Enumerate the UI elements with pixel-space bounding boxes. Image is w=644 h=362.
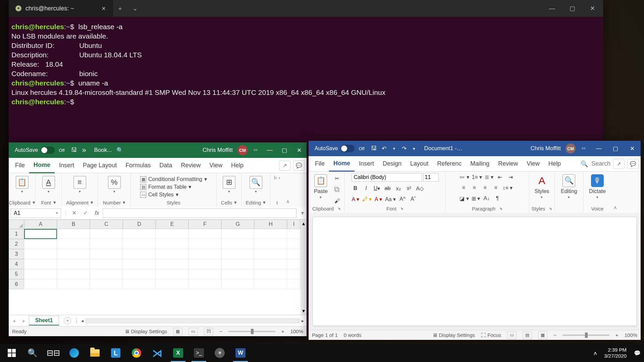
- zoom-out-icon[interactable]: −: [219, 328, 222, 334]
- font-name-input[interactable]: [352, 173, 422, 182]
- tab-dropdown-icon[interactable]: ⌄: [127, 5, 142, 12]
- tab-file[interactable]: File: [11, 158, 29, 173]
- increase-indent-icon[interactable]: ⇥: [507, 173, 515, 181]
- accept-formula-icon[interactable]: ✓: [80, 209, 91, 217]
- editing-button[interactable]: 🔍: [248, 175, 264, 195]
- col-header[interactable]: E: [156, 220, 189, 229]
- terminal-body[interactable]: chris@hercules:~$ lsb_release -a No LSB …: [9, 17, 603, 112]
- col-header[interactable]: A: [24, 220, 57, 229]
- clear-format-icon[interactable]: A◇: [416, 184, 424, 192]
- vscode-button[interactable]: ⋊: [147, 344, 168, 362]
- sheet-prev-icon[interactable]: ◂: [9, 318, 19, 323]
- cut-icon[interactable]: ✂: [333, 174, 341, 182]
- cell-a1[interactable]: [24, 229, 57, 239]
- close-button[interactable]: ✕: [582, 0, 602, 17]
- notifications-icon[interactable]: 💬: [634, 350, 641, 356]
- col-header[interactable]: F: [189, 220, 221, 229]
- minimize-button[interactable]: —: [262, 142, 277, 158]
- alignment-button[interactable]: ≡: [71, 175, 88, 195]
- align-center-icon[interactable]: ≡: [470, 184, 478, 192]
- multilevel-list-button[interactable]: ≣ ▾: [485, 173, 493, 181]
- status-words[interactable]: 0 words: [344, 332, 362, 338]
- row-header[interactable]: 3: [9, 249, 24, 259]
- copy-icon[interactable]: ⿻: [333, 186, 341, 194]
- undo-icon[interactable]: ↶: [381, 145, 387, 152]
- line-spacing-button[interactable]: ↕≡ ▾: [502, 184, 513, 192]
- format-painter-icon[interactable]: 🖌: [333, 197, 341, 205]
- add-sheet-button[interactable]: +: [64, 317, 71, 324]
- maximize-button[interactable]: ▢: [277, 142, 292, 158]
- change-case-button[interactable]: Aa ▾: [385, 195, 396, 203]
- tab-insert[interactable]: Insert: [55, 158, 78, 173]
- horizontal-scrollbar[interactable]: [86, 318, 300, 323]
- row-header[interactable]: 6: [9, 279, 24, 289]
- zoom-slider[interactable]: [562, 335, 609, 336]
- hscroll-left-icon[interactable]: ◂: [81, 318, 84, 323]
- ribbon-options-icon[interactable]: ▫▫: [252, 147, 259, 154]
- tab-mailings[interactable]: Mailing: [466, 156, 494, 172]
- cells-button[interactable]: ⊞: [221, 175, 237, 195]
- tab-design[interactable]: Design: [378, 156, 406, 172]
- col-header[interactable]: B: [57, 220, 90, 229]
- web-layout-icon[interactable]: ▦: [538, 331, 547, 339]
- avatar[interactable]: CM: [566, 143, 576, 154]
- tab-help[interactable]: Help: [544, 156, 565, 172]
- word-button[interactable]: W: [230, 344, 251, 362]
- formula-input[interactable]: [103, 208, 297, 218]
- tab-view[interactable]: View: [522, 156, 544, 172]
- linkedin-button[interactable]: L: [105, 344, 126, 362]
- cell-styles-button[interactable]: ▭Cell Styles ▾: [140, 191, 207, 198]
- bullets-button[interactable]: ≔ ▾: [460, 173, 469, 181]
- align-right-icon[interactable]: ≡: [481, 184, 489, 192]
- vertical-scrollbar[interactable]: ▴▾: [301, 220, 307, 315]
- excel-button[interactable]: X: [168, 344, 189, 362]
- sheet-tab[interactable]: Sheet1: [29, 316, 59, 325]
- name-box[interactable]: A1▾: [11, 208, 61, 218]
- collapse-ribbon-icon[interactable]: ʌ: [611, 172, 619, 213]
- maximize-button[interactable]: ▢: [562, 0, 582, 17]
- undo-dropdown-icon[interactable]: ▾: [391, 145, 397, 152]
- shading-button[interactable]: ◪ ▾: [460, 194, 469, 202]
- terminal-tab[interactable]: ✸ chris@hercules: ~ ×: [9, 0, 113, 17]
- save-icon[interactable]: 🖫: [71, 147, 77, 154]
- tab-layout[interactable]: Layout: [406, 156, 433, 172]
- new-tab-button[interactable]: ＋: [113, 4, 127, 12]
- maximize-button[interactable]: ▢: [607, 141, 624, 156]
- tab-insert[interactable]: Insert: [355, 156, 378, 172]
- fx-icon[interactable]: fx: [91, 210, 103, 217]
- tab-view[interactable]: View: [205, 158, 227, 173]
- font-color-button[interactable]: A ▾: [352, 195, 360, 203]
- page-break-view-icon[interactable]: 凹: [204, 328, 213, 335]
- font-button[interactable]: A: [40, 175, 57, 195]
- avatar[interactable]: CM: [237, 145, 248, 155]
- subscript-button[interactable]: x₂: [394, 184, 402, 192]
- qat-overflow-icon[interactable]: »: [81, 147, 88, 154]
- justify-icon[interactable]: ≡: [492, 184, 500, 192]
- zoom-in-icon[interactable]: +: [615, 332, 619, 338]
- sort-icon[interactable]: A↓: [483, 194, 491, 202]
- paste-button[interactable]: 📋: [14, 175, 31, 195]
- paste-button[interactable]: 📋Paste: [312, 173, 330, 201]
- autosave-toggle[interactable]: AutoSave Off: [12, 145, 67, 155]
- styles-button[interactable]: AStyles: [533, 173, 551, 201]
- col-header[interactable]: H: [254, 220, 287, 229]
- shrink-font-icon[interactable]: Aˇ: [409, 195, 417, 203]
- minimize-button[interactable]: —: [590, 141, 607, 156]
- close-button[interactable]: ✕: [292, 142, 307, 158]
- search-box[interactable]: 🔍Search: [581, 160, 610, 168]
- save-icon[interactable]: 🖫: [371, 145, 377, 152]
- show-marks-icon[interactable]: ¶: [493, 194, 501, 202]
- display-settings-button[interactable]: 🖥 Display Settings: [432, 332, 475, 338]
- row-header[interactable]: 2: [9, 239, 24, 249]
- tab-review[interactable]: Review: [176, 158, 205, 173]
- italic-button[interactable]: I: [362, 184, 370, 192]
- collapse-ribbon-icon[interactable]: ʌ: [284, 173, 292, 207]
- tab-home[interactable]: Home: [329, 156, 355, 172]
- status-page[interactable]: Page 1 of 1: [312, 332, 338, 338]
- display-settings-button[interactable]: 🖥 Display Settings: [124, 328, 167, 334]
- file-explorer-button[interactable]: [85, 344, 105, 362]
- text-effects-button[interactable]: A ▾: [374, 195, 382, 203]
- tab-file[interactable]: File: [311, 156, 329, 172]
- chrome-button[interactable]: [126, 344, 147, 362]
- zoom-out-icon[interactable]: −: [553, 332, 556, 338]
